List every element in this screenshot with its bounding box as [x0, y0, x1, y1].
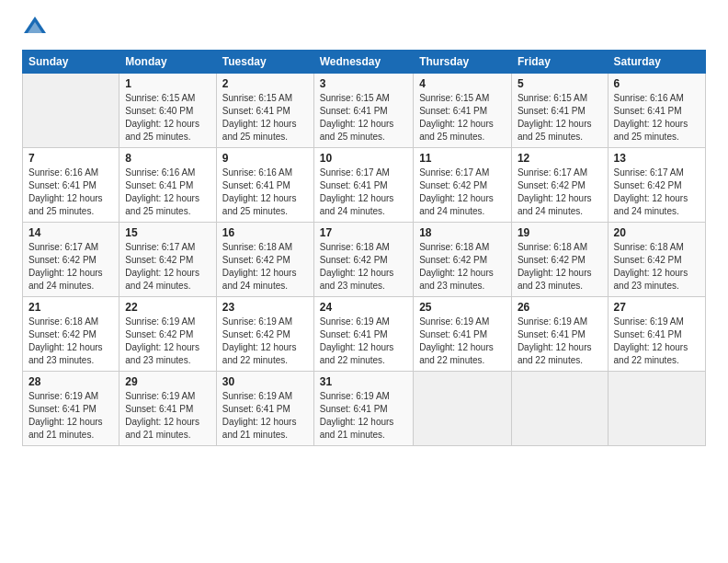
- calendar-cell: 4Sunrise: 6:15 AM Sunset: 6:41 PM Daylig…: [414, 74, 512, 148]
- day-number: 10: [320, 152, 407, 165]
- calendar-cell: 22Sunrise: 6:19 AM Sunset: 6:42 PM Dayli…: [119, 297, 217, 372]
- weekday-header-tuesday: Tuesday: [216, 51, 313, 74]
- day-number: 31: [320, 375, 407, 388]
- day-info: Sunrise: 6:19 AM Sunset: 6:42 PM Dayligh…: [125, 316, 210, 367]
- calendar-cell: 5Sunrise: 6:15 AM Sunset: 6:41 PM Daylig…: [511, 74, 608, 148]
- weekday-header-wednesday: Wednesday: [313, 51, 413, 74]
- calendar-cell: 9Sunrise: 6:16 AM Sunset: 6:41 PM Daylig…: [216, 148, 313, 223]
- calendar-cell: 27Sunrise: 6:19 AM Sunset: 6:41 PM Dayli…: [608, 297, 705, 372]
- calendar-cell: 24Sunrise: 6:19 AM Sunset: 6:41 PM Dayli…: [313, 297, 413, 372]
- weekday-header-thursday: Thursday: [414, 51, 512, 74]
- day-number: 28: [28, 375, 113, 388]
- day-info: Sunrise: 6:15 AM Sunset: 6:41 PM Dayligh…: [320, 92, 407, 144]
- day-info: Sunrise: 6:19 AM Sunset: 6:41 PM Dayligh…: [222, 390, 308, 442]
- calendar-cell: 25Sunrise: 6:19 AM Sunset: 6:41 PM Dayli…: [414, 297, 512, 372]
- day-number: 1: [125, 77, 210, 90]
- day-number: 19: [518, 226, 602, 239]
- calendar-cell: 28Sunrise: 6:19 AM Sunset: 6:41 PM Dayli…: [23, 372, 119, 446]
- day-info: Sunrise: 6:18 AM Sunset: 6:42 PM Dayligh…: [28, 316, 113, 367]
- day-info: Sunrise: 6:15 AM Sunset: 6:41 PM Dayligh…: [518, 92, 602, 144]
- day-number: 12: [518, 152, 602, 165]
- day-info: Sunrise: 6:15 AM Sunset: 6:41 PM Dayligh…: [419, 92, 506, 144]
- day-number: 23: [222, 301, 308, 314]
- calendar-cell: 16Sunrise: 6:18 AM Sunset: 6:42 PM Dayli…: [216, 223, 313, 297]
- day-number: 4: [419, 77, 506, 90]
- day-number: 26: [518, 301, 602, 314]
- weekday-header-monday: Monday: [119, 51, 217, 74]
- day-info: Sunrise: 6:18 AM Sunset: 6:42 PM Dayligh…: [518, 241, 602, 293]
- day-info: Sunrise: 6:19 AM Sunset: 6:41 PM Dayligh…: [518, 316, 602, 367]
- day-number: 14: [28, 226, 113, 239]
- day-info: Sunrise: 6:17 AM Sunset: 6:42 PM Dayligh…: [419, 167, 506, 218]
- day-info: Sunrise: 6:15 AM Sunset: 6:41 PM Dayligh…: [222, 92, 308, 144]
- header: [22, 18, 706, 40]
- day-info: Sunrise: 6:16 AM Sunset: 6:41 PM Dayligh…: [28, 167, 113, 218]
- day-number: 17: [320, 226, 407, 239]
- day-info: Sunrise: 6:19 AM Sunset: 6:41 PM Dayligh…: [125, 390, 210, 442]
- calendar-table: SundayMondayTuesdayWednesdayThursdayFrid…: [22, 50, 706, 446]
- day-number: 20: [614, 226, 700, 239]
- day-info: Sunrise: 6:18 AM Sunset: 6:42 PM Dayligh…: [222, 241, 308, 293]
- day-number: 8: [125, 152, 210, 165]
- calendar-cell: 20Sunrise: 6:18 AM Sunset: 6:42 PM Dayli…: [608, 223, 705, 297]
- day-info: Sunrise: 6:16 AM Sunset: 6:41 PM Dayligh…: [222, 167, 308, 218]
- calendar-cell: 18Sunrise: 6:18 AM Sunset: 6:42 PM Dayli…: [414, 223, 512, 297]
- calendar-cell: [608, 372, 705, 446]
- calendar-cell: 14Sunrise: 6:17 AM Sunset: 6:42 PM Dayli…: [23, 223, 119, 297]
- day-info: Sunrise: 6:19 AM Sunset: 6:41 PM Dayligh…: [419, 316, 506, 367]
- page: SundayMondayTuesdayWednesdayThursdayFrid…: [0, 0, 728, 563]
- calendar-week-row: 21Sunrise: 6:18 AM Sunset: 6:42 PM Dayli…: [23, 297, 706, 372]
- weekday-header-friday: Friday: [511, 51, 608, 74]
- day-info: Sunrise: 6:17 AM Sunset: 6:42 PM Dayligh…: [518, 167, 602, 218]
- day-number: 7: [28, 152, 113, 165]
- day-number: 24: [320, 301, 407, 314]
- day-info: Sunrise: 6:18 AM Sunset: 6:42 PM Dayligh…: [320, 241, 407, 293]
- calendar-cell: 13Sunrise: 6:17 AM Sunset: 6:42 PM Dayli…: [608, 148, 705, 223]
- calendar-week-row: 28Sunrise: 6:19 AM Sunset: 6:41 PM Dayli…: [23, 372, 706, 446]
- day-info: Sunrise: 6:18 AM Sunset: 6:42 PM Dayligh…: [419, 241, 506, 293]
- calendar-cell: 29Sunrise: 6:19 AM Sunset: 6:41 PM Dayli…: [119, 372, 217, 446]
- calendar-week-row: 7Sunrise: 6:16 AM Sunset: 6:41 PM Daylig…: [23, 148, 706, 223]
- day-number: 6: [614, 77, 700, 90]
- calendar-cell: 17Sunrise: 6:18 AM Sunset: 6:42 PM Dayli…: [313, 223, 413, 297]
- day-info: Sunrise: 6:17 AM Sunset: 6:42 PM Dayligh…: [614, 167, 700, 218]
- day-number: 9: [222, 152, 308, 165]
- logo: [22, 18, 51, 40]
- day-number: 21: [28, 301, 113, 314]
- day-number: 16: [222, 226, 308, 239]
- day-info: Sunrise: 6:17 AM Sunset: 6:42 PM Dayligh…: [125, 241, 210, 293]
- calendar-cell: 10Sunrise: 6:17 AM Sunset: 6:41 PM Dayli…: [313, 148, 413, 223]
- calendar-cell: 3Sunrise: 6:15 AM Sunset: 6:41 PM Daylig…: [313, 74, 413, 148]
- day-info: Sunrise: 6:19 AM Sunset: 6:41 PM Dayligh…: [28, 390, 113, 442]
- day-number: 29: [125, 375, 210, 388]
- day-info: Sunrise: 6:17 AM Sunset: 6:42 PM Dayligh…: [28, 241, 113, 293]
- day-number: 3: [320, 77, 407, 90]
- day-number: 15: [125, 226, 210, 239]
- calendar-cell: 8Sunrise: 6:16 AM Sunset: 6:41 PM Daylig…: [119, 148, 217, 223]
- weekday-header-sunday: Sunday: [23, 51, 119, 74]
- calendar-cell: [23, 74, 119, 148]
- day-number: 2: [222, 77, 308, 90]
- day-info: Sunrise: 6:17 AM Sunset: 6:41 PM Dayligh…: [320, 167, 407, 218]
- day-info: Sunrise: 6:19 AM Sunset: 6:42 PM Dayligh…: [222, 316, 308, 367]
- day-number: 27: [614, 301, 700, 314]
- day-info: Sunrise: 6:18 AM Sunset: 6:42 PM Dayligh…: [614, 241, 700, 293]
- day-number: 25: [419, 301, 506, 314]
- day-number: 11: [419, 152, 506, 165]
- day-number: 18: [419, 226, 506, 239]
- day-info: Sunrise: 6:16 AM Sunset: 6:41 PM Dayligh…: [125, 167, 210, 218]
- calendar-cell: 7Sunrise: 6:16 AM Sunset: 6:41 PM Daylig…: [23, 148, 119, 223]
- calendar-cell: 1Sunrise: 6:15 AM Sunset: 6:40 PM Daylig…: [119, 74, 217, 148]
- calendar-cell: [414, 372, 512, 446]
- day-info: Sunrise: 6:15 AM Sunset: 6:40 PM Dayligh…: [125, 92, 210, 144]
- logo-icon: [22, 15, 48, 40]
- calendar-cell: 2Sunrise: 6:15 AM Sunset: 6:41 PM Daylig…: [216, 74, 313, 148]
- calendar-cell: 6Sunrise: 6:16 AM Sunset: 6:41 PM Daylig…: [608, 74, 705, 148]
- calendar-cell: [511, 372, 608, 446]
- calendar-cell: 31Sunrise: 6:19 AM Sunset: 6:41 PM Dayli…: [313, 372, 413, 446]
- calendar-cell: 23Sunrise: 6:19 AM Sunset: 6:42 PM Dayli…: [216, 297, 313, 372]
- calendar-cell: 21Sunrise: 6:18 AM Sunset: 6:42 PM Dayli…: [23, 297, 119, 372]
- day-info: Sunrise: 6:19 AM Sunset: 6:41 PM Dayligh…: [320, 390, 407, 442]
- day-number: 5: [518, 77, 602, 90]
- day-info: Sunrise: 6:16 AM Sunset: 6:41 PM Dayligh…: [614, 92, 700, 144]
